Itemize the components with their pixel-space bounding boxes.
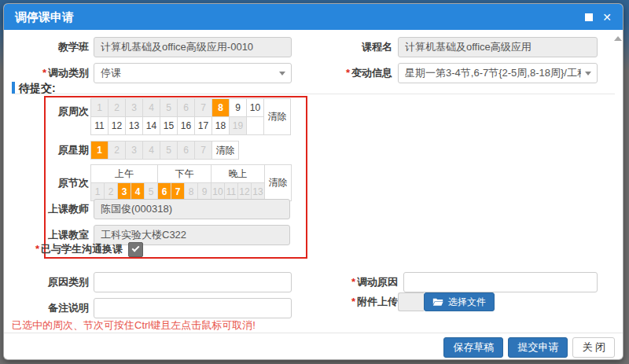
period-group-header: 下午 bbox=[158, 165, 212, 183]
adjust-type-value: 停课 bbox=[101, 64, 275, 83]
grid-cell[interactable]: 18 bbox=[212, 117, 230, 135]
required-mark: * bbox=[346, 67, 350, 79]
grid-cell: 6 bbox=[178, 142, 195, 160]
grid-cell: 3 bbox=[126, 99, 143, 117]
adjust-type-label: *调动类别 bbox=[4, 63, 89, 83]
adjust-class-dialog: 调停课申请 ✕ 教学班 课程名 *调动类别 停课 *变动信息 星期一第3-4节,… bbox=[3, 3, 623, 360]
grid-cell[interactable]: 10 bbox=[247, 99, 264, 117]
change-info-value: 星期一第3-4节,6-7节{2-5周,8-18周}/工科实验大楼C3... bbox=[405, 64, 581, 83]
period-group-header: 晚上 bbox=[212, 165, 265, 183]
choose-file-button[interactable]: 选择文件 bbox=[424, 292, 495, 311]
communicated-checkbox[interactable] bbox=[128, 242, 143, 257]
scrollbar-up-arrow[interactable] bbox=[614, 36, 622, 41]
change-info-label: *变动信息 bbox=[303, 63, 392, 83]
grid-cell: 19 bbox=[230, 117, 247, 135]
grid-cell[interactable]: 13 bbox=[126, 117, 143, 135]
close-icon[interactable]: ✕ bbox=[602, 12, 612, 23]
grid-cell[interactable]: 16 bbox=[178, 117, 195, 135]
save-draft-button[interactable]: 保存草稿 bbox=[443, 337, 503, 358]
clear-button[interactable]: 清除 bbox=[264, 99, 291, 135]
move-reason-input[interactable] bbox=[403, 272, 598, 292]
dialog-header: 调停课申请 ✕ bbox=[4, 4, 623, 30]
grid-cell: 7 bbox=[195, 99, 212, 117]
required-mark: * bbox=[351, 276, 355, 288]
caret-down-icon bbox=[279, 72, 285, 75]
required-mark: * bbox=[42, 67, 46, 79]
grid-cell[interactable]: 15 bbox=[160, 117, 178, 135]
adjust-type-select[interactable]: 停课 bbox=[94, 63, 292, 83]
periods-grid: 上午下午晚上清除12345678910111213 bbox=[90, 164, 292, 201]
grid-cell bbox=[247, 117, 264, 135]
change-info-select[interactable]: 星期一第3-4节,6-7节{2-5周,8-18周}/工科实验大楼C3... bbox=[398, 63, 598, 83]
attachment-filename-box bbox=[398, 292, 424, 311]
grid-cell[interactable]: 12 bbox=[109, 117, 126, 135]
reason-type-label: 原因类别 bbox=[4, 272, 89, 292]
caret-down-icon bbox=[585, 72, 591, 75]
checkmark-icon bbox=[132, 245, 140, 252]
grid-cell: 2 bbox=[109, 142, 126, 160]
maximize-icon[interactable] bbox=[585, 13, 593, 21]
communicated-label: *已与学生沟通换课 bbox=[4, 241, 123, 257]
section-divider bbox=[12, 94, 615, 94]
clear-button[interactable]: 清除 bbox=[265, 165, 292, 201]
remark-label: 备注说明 bbox=[4, 298, 89, 318]
attachment-label: *附件上传 bbox=[303, 292, 398, 312]
grid-cell: 4 bbox=[143, 142, 160, 160]
grid-cell: 7 bbox=[195, 142, 212, 160]
reason-type-input[interactable] bbox=[94, 272, 292, 292]
grid-cell: 3 bbox=[126, 142, 143, 160]
course-name-field bbox=[398, 37, 598, 57]
teaching-class-label: 教学班 bbox=[4, 37, 89, 57]
teaching-class-field bbox=[94, 37, 292, 57]
remark-input[interactable] bbox=[94, 298, 292, 318]
required-mark: * bbox=[351, 296, 355, 307]
grid-cell[interactable]: 14 bbox=[143, 117, 160, 135]
grid-cell[interactable]: 17 bbox=[195, 117, 212, 135]
weekday-grid: 1234567清除 bbox=[90, 141, 239, 160]
section-marker bbox=[12, 82, 15, 94]
grid-cell[interactable]: 11 bbox=[91, 117, 109, 135]
window-controls: ✕ bbox=[585, 4, 612, 30]
footer-divider bbox=[4, 333, 623, 333]
hint-text: 已选中的周次、节次可按住Ctrl键且左点击鼠标可取消! bbox=[12, 318, 256, 333]
dialog-title: 调停课申请 bbox=[15, 4, 74, 30]
grid-cell: 5 bbox=[160, 99, 178, 117]
weeks-grid: 12345678910清除111213141516171819 bbox=[90, 98, 291, 135]
folder-icon bbox=[432, 298, 443, 307]
clear-button[interactable]: 清除 bbox=[212, 142, 239, 160]
grid-cell[interactable]: 9 bbox=[230, 99, 247, 117]
grid-cell: 2 bbox=[109, 99, 126, 117]
teacher-label: 上课教师 bbox=[4, 199, 89, 219]
grid-cell: 4 bbox=[143, 99, 160, 117]
close-button[interactable]: 关 闭 bbox=[572, 337, 615, 358]
grid-cell[interactable]: 8 bbox=[212, 99, 230, 117]
move-reason-label: *调动原因 bbox=[303, 272, 398, 292]
grid-cell: 1 bbox=[91, 99, 109, 117]
submit-button[interactable]: 提交申请 bbox=[508, 337, 568, 358]
weeks-label: 原周次 bbox=[4, 104, 89, 119]
periods-label: 原节次 bbox=[4, 175, 89, 191]
teacher-field bbox=[94, 199, 290, 219]
course-name-label: 课程名 bbox=[303, 37, 392, 57]
grid-cell[interactable]: 1 bbox=[91, 142, 109, 160]
required-mark: * bbox=[35, 243, 39, 255]
grid-cell: 5 bbox=[160, 142, 178, 160]
period-group-header: 上午 bbox=[91, 165, 158, 183]
footer-buttons: 保存草稿 提交申请 关 闭 bbox=[443, 337, 615, 358]
grid-cell: 6 bbox=[178, 99, 195, 117]
classroom-field bbox=[94, 225, 290, 245]
weekday-label: 原星期 bbox=[4, 142, 89, 158]
